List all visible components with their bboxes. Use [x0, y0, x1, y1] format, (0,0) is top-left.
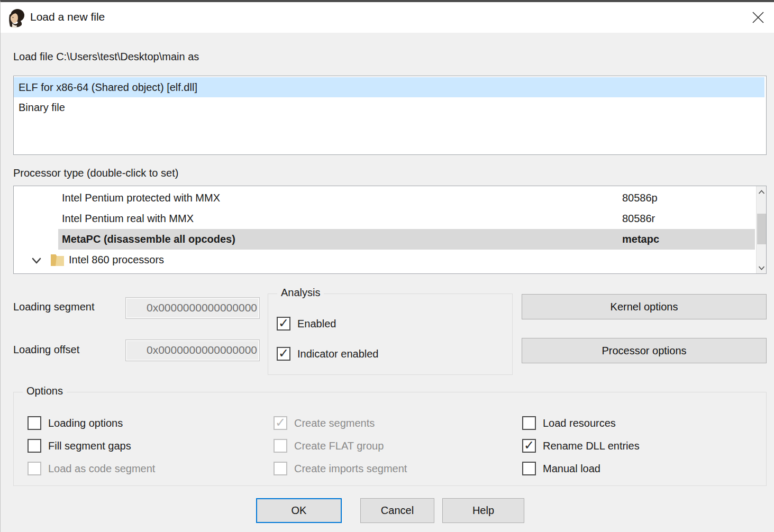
processor-id: metapc [622, 229, 659, 250]
checkbox-label: Fill segment gaps [48, 440, 131, 452]
table-row-folder[interactable]: Intel 860 processors [14, 250, 766, 270]
checkbox-icon [274, 439, 287, 453]
list-item[interactable]: ELF for x86-64 (Shared object) [elf.dll] [14, 77, 764, 97]
manual-load-checkbox[interactable]: Manual load [522, 462, 600, 475]
analysis-group: Analysis Enabled Indicator enabled [268, 293, 513, 375]
analysis-group-title: Analysis [277, 287, 324, 299]
checkbox-icon [277, 317, 290, 331]
processor-id: 80586r [622, 208, 655, 229]
checkbox-label: Load as code segment [48, 463, 155, 475]
checkbox-icon [522, 462, 536, 475]
load-new-file-dialog: Load a new file Load file C:\Users\test\… [0, 0, 774, 532]
loading-offset-field[interactable]: 0x0000000000000000 [125, 340, 260, 361]
checkbox-icon [522, 439, 536, 453]
checkbox-icon [274, 462, 287, 475]
processor-id: 80586p [622, 188, 658, 208]
file-format-list[interactable]: ELF for x86-64 (Shared object) [elf.dll]… [13, 76, 767, 155]
table-row-selected[interactable]: MetaPC (disassemble all opcodes) metapc [14, 229, 766, 250]
ida-app-icon [8, 8, 26, 29]
scrollbar-up-icon[interactable] [757, 186, 767, 198]
load-file-label: Load file C:\Users\test\Desktop\main as [13, 51, 199, 63]
create-imports-segment-checkbox: Create imports segment [274, 462, 407, 475]
checkbox-label: Rename DLL entries [543, 440, 640, 452]
list-item[interactable]: Binary file [14, 97, 764, 117]
checkbox-label: Load resources [543, 417, 616, 429]
processor-type-label: Processor type (double-click to set) [13, 167, 178, 179]
file-format-option: ELF for x86-64 (Shared object) [elf.dll] [19, 81, 197, 93]
checkbox-icon [522, 416, 536, 430]
table-row[interactable]: Intel Pentium protected with MMX 80586p [14, 188, 766, 208]
ok-button[interactable]: OK [256, 498, 342, 523]
table-row[interactable]: Intel Pentium real with MMX 80586r [14, 208, 766, 229]
titlebar: Load a new file [1, 2, 774, 33]
loading-segment-label: Loading segment [13, 301, 94, 313]
scrollbar[interactable] [756, 186, 766, 273]
load-resources-checkbox[interactable]: Load resources [522, 416, 616, 430]
rename-dll-entries-checkbox[interactable]: Rename DLL entries [522, 439, 640, 453]
kernel-options-button[interactable]: Kernel options [522, 294, 767, 319]
options-group-title: Options [23, 385, 67, 397]
checkbox-label: Loading options [48, 417, 123, 429]
checkbox-label: Create segments [294, 417, 375, 429]
loading-options-checkbox[interactable]: Loading options [28, 416, 123, 430]
processor-type-list[interactable]: Intel Pentium protected with MMX 80586p … [13, 186, 767, 274]
checkbox-icon [28, 462, 41, 475]
close-icon[interactable] [746, 6, 770, 29]
create-segments-checkbox: Create segments [274, 416, 375, 430]
loading-offset-label: Loading offset [13, 344, 79, 356]
processor-name: Intel Pentium protected with MMX [62, 188, 220, 208]
create-flat-group-checkbox: Create FLAT group [274, 439, 384, 453]
analysis-enabled-checkbox[interactable]: Enabled [277, 317, 336, 331]
scrollbar-thumb[interactable] [757, 214, 766, 244]
checkbox-label: Indicator enabled [297, 348, 378, 360]
checkbox-label: Create FLAT group [294, 440, 384, 452]
processor-name: Intel Pentium real with MMX [62, 208, 194, 229]
checkbox-icon [274, 416, 287, 430]
checkbox-label: Enabled [297, 318, 336, 330]
checkbox-icon [28, 416, 41, 430]
window-title: Load a new file [30, 11, 105, 23]
processor-name: Intel 860 processors [69, 250, 164, 270]
checkbox-icon [28, 439, 41, 453]
loading-segment-field[interactable]: 0x0000000000000000 [125, 297, 260, 319]
cancel-button[interactable]: Cancel [360, 498, 434, 523]
folder-icon [50, 253, 65, 267]
load-as-code-segment-checkbox: Load as code segment [28, 462, 155, 475]
chevron-down-icon[interactable] [30, 254, 43, 267]
scrollbar-down-icon[interactable] [757, 262, 767, 273]
fill-segment-gaps-checkbox[interactable]: Fill segment gaps [28, 439, 131, 453]
file-format-option: Binary file [19, 102, 65, 113]
checkbox-label: Create imports segment [294, 463, 407, 475]
options-group: Options Loading options Fill segment gap… [13, 392, 767, 486]
processor-options-button[interactable]: Processor options [522, 338, 767, 363]
checkbox-icon [277, 347, 290, 361]
analysis-indicator-checkbox[interactable]: Indicator enabled [277, 347, 378, 361]
checkbox-label: Manual load [543, 463, 600, 475]
processor-name: MetaPC (disassemble all opcodes) [62, 229, 235, 250]
help-button[interactable]: Help [442, 498, 524, 523]
